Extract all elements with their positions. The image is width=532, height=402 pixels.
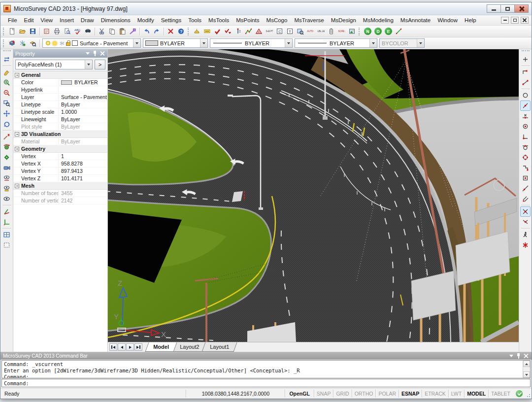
menu-help[interactable]: Help — [461, 16, 480, 24]
toggle-grid[interactable]: GRID — [333, 391, 351, 397]
ms-line-button[interactable] — [394, 27, 404, 36]
toolbar-grip[interactable] — [359, 28, 361, 35]
match-properties-button[interactable] — [128, 27, 138, 36]
mdi-minimize-button[interactable] — [501, 17, 509, 24]
erase-button[interactable] — [1, 67, 12, 77]
print-button[interactable] — [52, 27, 62, 36]
ms-tag-button[interactable] — [202, 27, 212, 36]
tab-last-button[interactable] — [134, 343, 142, 351]
3d-views-button[interactable] — [1, 152, 12, 163]
layer-explore-button[interactable] — [28, 38, 38, 48]
spell-check-button[interactable]: ABC — [72, 27, 83, 36]
toolbar-grip[interactable] — [522, 50, 530, 53]
tab-first-button[interactable] — [109, 343, 117, 351]
panel-close-button[interactable] — [99, 50, 105, 57]
command-input[interactable]: Command: — [1, 379, 531, 387]
viewports-button[interactable] — [1, 230, 12, 240]
ms-point-id-button[interactable] — [233, 27, 243, 36]
menu-msmodeling[interactable]: MsModeling — [360, 16, 397, 24]
property-row[interactable]: Hyperlink — [13, 86, 107, 94]
ms-auto-p-button[interactable]: AUTO +P — [305, 27, 316, 36]
snap-from-button[interactable] — [520, 67, 531, 77]
panel-menu-button[interactable] — [84, 50, 91, 57]
menu-mstraverse[interactable]: MsTraverse — [291, 16, 327, 24]
toggle-polar[interactable]: POLAR — [376, 391, 399, 397]
panel-pin-button[interactable] — [92, 50, 98, 57]
menu-settings[interactable]: Settings — [158, 16, 185, 24]
ms-dome-button[interactable] — [192, 27, 202, 36]
hide-button[interactable] — [1, 194, 12, 204]
show-layer-button[interactable] — [1, 183, 12, 194]
menu-edit[interactable]: Edit — [21, 16, 37, 24]
menu-mstools[interactable]: MsTools — [205, 16, 233, 24]
menu-mspoints[interactable]: MsPoints — [233, 16, 263, 24]
find-button[interactable] — [83, 27, 93, 36]
menu-insert[interactable]: Insert — [56, 16, 77, 24]
property-row[interactable]: Number of faces3455 — [13, 190, 107, 197]
snap-midpoint-button[interactable] — [520, 111, 531, 121]
ms-3pts-button[interactable]: 3+E PTS — [264, 27, 274, 36]
snap-quadrant-button[interactable] — [520, 152, 531, 163]
toggle-model[interactable]: MODEL — [465, 391, 488, 397]
toolbar-grip[interactable] — [3, 50, 11, 53]
property-row[interactable]: LineweightByLayer — [13, 116, 107, 123]
property-row[interactable]: Vertex Y897.9413 — [13, 168, 107, 175]
tab-prev-button[interactable] — [118, 343, 126, 351]
entity-selector-arrow[interactable] — [85, 60, 92, 69]
tab-layout1[interactable]: Layout1 — [201, 342, 237, 352]
axis-snap-button[interactable] — [1, 206, 12, 217]
elevation-button[interactable]: E — [383, 27, 394, 36]
save-button[interactable] — [28, 27, 38, 36]
tab-model[interactable]: Model — [145, 342, 177, 352]
viewport-3d-scene[interactable]: Z Y X — [108, 49, 519, 342]
lineweight-combo[interactable]: BYLAYER — [295, 38, 377, 48]
delete-button[interactable] — [166, 27, 176, 36]
pan-button[interactable] — [1, 108, 12, 119]
property-row[interactable]: Number of vertice2142 — [13, 197, 107, 204]
command-bar-close-button[interactable] — [523, 353, 529, 359]
snap-none-button[interactable] — [520, 54, 531, 65]
minimize-button[interactable] — [487, 4, 501, 13]
linetype-combo[interactable]: BYLAYER — [210, 38, 293, 48]
menu-file[interactable]: File — [4, 16, 21, 24]
zoom-in-button[interactable] — [1, 77, 12, 88]
snap-circle-button[interactable] — [520, 90, 531, 100]
ms-zoom-points-button[interactable] — [295, 27, 305, 36]
redo-button[interactable] — [152, 27, 162, 36]
command-bar-pin-button[interactable] — [515, 353, 522, 359]
snap-settings-button[interactable] — [520, 240, 531, 250]
open-button[interactable] — [17, 27, 28, 36]
copy-button[interactable] — [107, 27, 117, 36]
collapse-icon[interactable] — [15, 147, 19, 151]
property-category[interactable]: Mesh — [13, 182, 107, 190]
dynamic-view-button[interactable] — [1, 54, 12, 65]
mdi-close-button[interactable] — [521, 17, 529, 24]
ucs-button[interactable] — [1, 217, 12, 227]
redline-button[interactable] — [1, 132, 12, 142]
zoom-previous-button[interactable] — [1, 119, 12, 129]
color-combo[interactable]: BYLAYER — [143, 38, 208, 48]
snap-tangent-button[interactable] — [520, 142, 531, 152]
print-preview-button[interactable] — [62, 27, 72, 36]
property-row[interactable]: Vertex1 — [13, 153, 107, 160]
toggle-snap[interactable]: SNAP — [314, 391, 333, 397]
toolbar-grip[interactable] — [3, 39, 5, 47]
resize-grip[interactable] — [526, 389, 532, 399]
toolbar-grip[interactable] — [3, 28, 5, 35]
snap-apparent-intersection-button[interactable] — [520, 217, 531, 227]
tab-next-button[interactable] — [126, 343, 134, 351]
cut-button[interactable] — [97, 27, 107, 36]
mdi-restore-button[interactable] — [511, 17, 519, 24]
snap-nearest-line-button[interactable] — [520, 100, 531, 111]
3d-orbit-button[interactable] — [1, 142, 12, 152]
property-row[interactable]: ColorBYLAYER — [13, 79, 107, 86]
menu-window[interactable]: Window — [434, 16, 461, 24]
help-button[interactable]: ? — [176, 27, 186, 36]
toggle-etrack[interactable]: ETRACK — [422, 391, 448, 397]
entity-selector-combo[interactable]: PolyFaceMesh (1) — [15, 60, 93, 69]
property-row[interactable]: LinetypeByLayer — [13, 101, 107, 108]
menu-draw[interactable]: Draw — [77, 16, 98, 24]
snap-parallel-button[interactable] — [520, 194, 531, 204]
ms-check-down-button[interactable] — [223, 27, 233, 36]
ms-battery-button[interactable] — [326, 27, 336, 36]
